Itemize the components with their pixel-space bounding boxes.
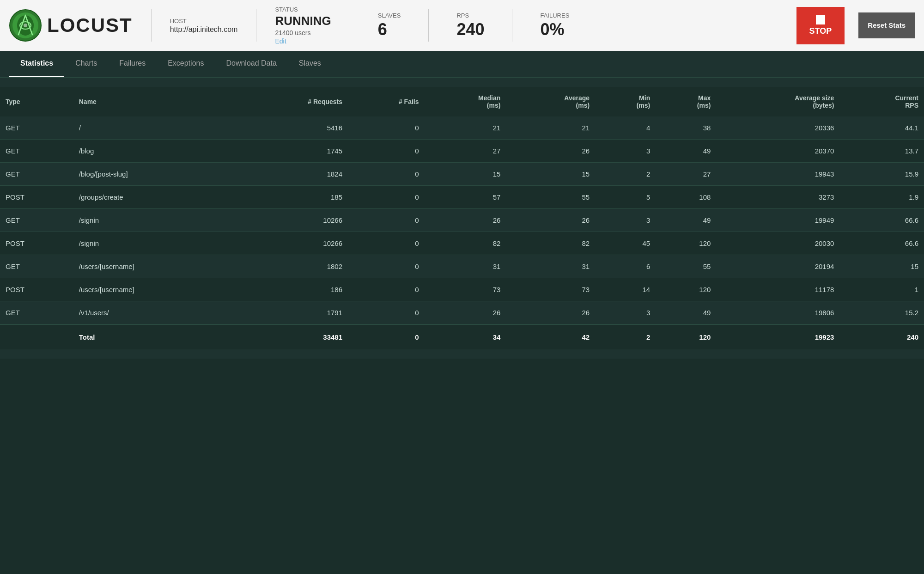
cell-name: /groups/create (73, 186, 237, 209)
cell-name: /blog/[post-slug] (73, 163, 237, 186)
cell-requests: 5416 (236, 116, 348, 140)
slaves-label: SLAVES (378, 12, 401, 19)
cell-min: 4 (595, 116, 656, 140)
status-edit-link[interactable]: Edit (275, 37, 331, 45)
cell-type: POST (0, 186, 73, 209)
cell-median: 15 (425, 163, 506, 186)
totals-average: 42 (506, 324, 595, 349)
stop-button[interactable]: STOP (796, 7, 845, 44)
cell-min: 6 (595, 255, 656, 278)
cell-median: 21 (425, 116, 506, 140)
tab-exceptions[interactable]: Exceptions (157, 51, 215, 77)
cell-median: 31 (425, 255, 506, 278)
cell-current-rps: 13.7 (839, 140, 924, 163)
nav-tabs: Statistics Charts Failures Exceptions Do… (0, 51, 924, 78)
cell-requests: 1745 (236, 140, 348, 163)
cell-avg-size: 19806 (716, 301, 839, 325)
cell-type: GET (0, 255, 73, 278)
col-avg-size: Average size(bytes) (716, 87, 839, 116)
cell-max: 49 (656, 140, 716, 163)
cell-name: /signin (73, 209, 237, 232)
cell-max: 120 (656, 278, 716, 301)
logo-area: LOCUST (9, 9, 133, 42)
cell-avg-size: 20370 (716, 140, 839, 163)
status-value: RUNNING (275, 14, 331, 28)
cell-type: POST (0, 278, 73, 301)
cell-type: POST (0, 232, 73, 255)
cell-requests: 1824 (236, 163, 348, 186)
col-requests: # Requests (236, 87, 348, 116)
cell-avg-size: 11178 (716, 278, 839, 301)
cell-type: GET (0, 209, 73, 232)
header: LOCUST HOST http://api.initech.com STATU… (0, 0, 924, 51)
header-divider-3 (350, 9, 350, 42)
totals-min: 2 (595, 324, 656, 349)
cell-max: 49 (656, 209, 716, 232)
failures-value: 0% (540, 20, 569, 39)
table-row: GET /signin 10266 0 26 26 3 49 19949 66.… (0, 209, 924, 232)
col-average: Average(ms) (506, 87, 595, 116)
statistics-table: Type Name # Requests # Fails Median(ms) … (0, 87, 924, 349)
svg-point-6 (24, 24, 27, 27)
cell-avg-size: 3273 (716, 186, 839, 209)
col-name: Name (73, 87, 237, 116)
cell-min: 3 (595, 140, 656, 163)
totals-requests: 33481 (236, 324, 348, 349)
cell-median: 73 (425, 278, 506, 301)
cell-max: 55 (656, 255, 716, 278)
cell-type: GET (0, 301, 73, 325)
cell-min: 2 (595, 163, 656, 186)
cell-average: 31 (506, 255, 595, 278)
table-totals-row: Total 33481 0 34 42 2 120 19923 240 (0, 324, 924, 349)
cell-min: 3 (595, 209, 656, 232)
cell-avg-size: 20194 (716, 255, 839, 278)
cell-average: 73 (506, 278, 595, 301)
cell-name: /signin (73, 232, 237, 255)
tab-failures[interactable]: Failures (108, 51, 157, 77)
cell-avg-size: 20336 (716, 116, 839, 140)
table-row: GET /users/[username] 1802 0 31 31 6 55 … (0, 255, 924, 278)
totals-type-empty (0, 324, 73, 349)
cell-current-rps: 66.6 (839, 232, 924, 255)
tab-statistics[interactable]: Statistics (9, 51, 64, 77)
cell-median: 26 (425, 301, 506, 325)
tab-charts[interactable]: Charts (64, 51, 108, 77)
header-divider-1 (151, 9, 152, 42)
slaves-value: 6 (378, 20, 401, 39)
cell-median: 27 (425, 140, 506, 163)
host-value: http://api.initech.com (170, 25, 238, 34)
host-block: HOST http://api.initech.com (170, 18, 238, 34)
rps-value: 240 (456, 20, 484, 39)
cell-requests: 10266 (236, 209, 348, 232)
header-divider-2 (256, 9, 256, 42)
col-fails: # Fails (348, 87, 424, 116)
cell-name: /v1/users/ (73, 301, 237, 325)
table-header-row: Type Name # Requests # Fails Median(ms) … (0, 87, 924, 116)
cell-average: 26 (506, 209, 595, 232)
status-block: STATUS RUNNING 21400 users Edit (275, 6, 331, 45)
tab-download-data[interactable]: Download Data (215, 51, 287, 77)
cell-average: 26 (506, 301, 595, 325)
cell-max: 38 (656, 116, 716, 140)
app-title: LOCUST (47, 14, 133, 37)
cell-type: GET (0, 163, 73, 186)
cell-requests: 1791 (236, 301, 348, 325)
reset-stats-button[interactable]: Reset Stats (858, 12, 915, 38)
cell-max: 49 (656, 301, 716, 325)
cell-avg-size: 19949 (716, 209, 839, 232)
cell-name: /users/[username] (73, 255, 237, 278)
cell-median: 57 (425, 186, 506, 209)
stop-label: STOP (809, 26, 832, 36)
table-row: POST /groups/create 185 0 57 55 5 108 32… (0, 186, 924, 209)
cell-fails: 0 (348, 278, 424, 301)
cell-current-rps: 66.6 (839, 209, 924, 232)
col-min: Min(ms) (595, 87, 656, 116)
totals-label: Total (73, 324, 237, 349)
failures-block: FAILURES 0% (531, 12, 578, 39)
cell-fails: 0 (348, 163, 424, 186)
tab-slaves[interactable]: Slaves (288, 51, 332, 77)
cell-fails: 0 (348, 301, 424, 325)
cell-fails: 0 (348, 140, 424, 163)
header-divider-4 (428, 9, 429, 42)
totals-avg-size: 19923 (716, 324, 839, 349)
